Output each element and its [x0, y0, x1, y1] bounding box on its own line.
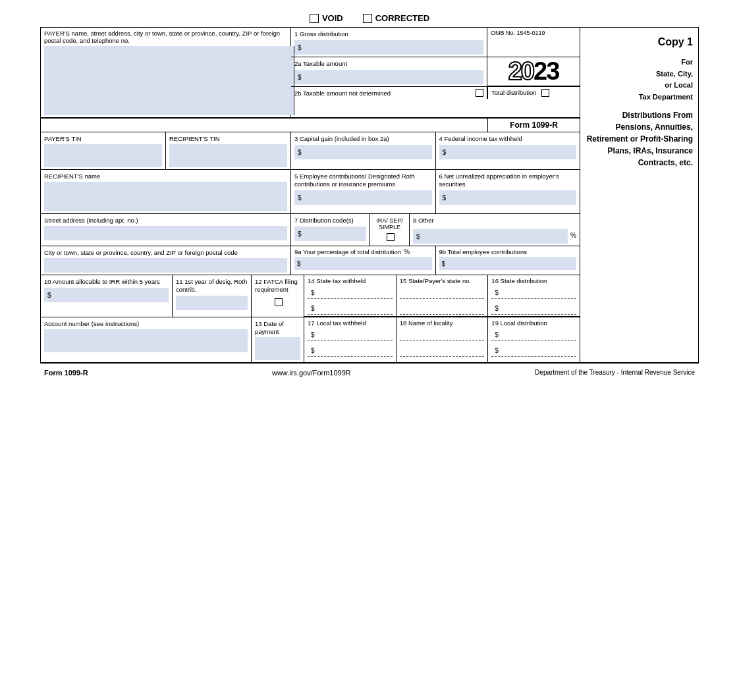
void-checkbox[interactable]	[310, 14, 319, 23]
box3-4: 3 Capital gain (included in box 2a) $ 4 …	[291, 132, 580, 169]
box11-label: 11 1st year of desig. Roth contrib.	[176, 278, 247, 293]
box8: 8 Other $ %	[410, 214, 580, 246]
box19-input2[interactable]: $	[491, 345, 576, 357]
box15-input1[interactable]	[400, 287, 485, 299]
box16-dollar1: $	[493, 289, 499, 296]
box17-19: 17 Local tax withheld $ $	[304, 317, 580, 362]
box3-input[interactable]: $	[294, 145, 432, 159]
footer-agency: Department of the Treasury - Internal Re…	[535, 369, 695, 377]
box8-input[interactable]: $	[413, 229, 568, 244]
corrected-checkbox-item[interactable]: CORRECTED	[363, 13, 429, 23]
box3: 3 Capital gain (included in box 2a) $	[291, 132, 436, 169]
box15-input2[interactable]	[400, 303, 485, 315]
box1-omb-row: 1 Gross distribution $ OMB No. 1545-0119	[291, 28, 580, 57]
box14-input1[interactable]: $	[308, 287, 393, 299]
box13-input[interactable]	[255, 337, 300, 360]
box12-label: 12 FATCA filing requirement	[255, 278, 298, 293]
box7-dollar: $	[296, 230, 302, 238]
box10-label: 10 Amount allocable to IRR within 5 year…	[44, 278, 160, 285]
box2b-row: 2b Taxable amount not determined Total d…	[291, 87, 580, 99]
payer-tin-label: PAYER'S TIN	[44, 135, 82, 142]
account-input[interactable]	[44, 329, 248, 352]
box14-input2[interactable]: $	[308, 303, 393, 315]
box15: 15 State/Payer's state no.	[397, 275, 489, 316]
box5-6: 5 Employee contributions/ Designated Rot…	[291, 170, 580, 213]
box1: 1 Gross distribution $	[291, 28, 487, 57]
recipient-tin-input[interactable]	[169, 144, 287, 167]
street-section: Street address (including apt. no.)	[41, 214, 291, 246]
box5-input[interactable]: $	[294, 190, 432, 205]
box2b-checkbox[interactable]	[476, 89, 483, 97]
box6-input[interactable]: $	[439, 190, 577, 205]
void-checkbox-item[interactable]: VOID	[310, 13, 343, 23]
box2a-label: 2a Taxable amount	[294, 60, 347, 67]
box18-input2[interactable]	[400, 345, 485, 357]
box14-19: 14 State tax withheld $ $	[304, 275, 580, 317]
form-number-section: Form 1099-R	[487, 119, 580, 132]
box19-label: 19 Local distribution	[491, 319, 547, 327]
void-label: VOID	[322, 13, 343, 23]
footer-website: www.irs.gov/Form1099R	[272, 369, 351, 377]
box8-dollar: $	[415, 233, 420, 240]
box7-label: 7 Distribution code(s)	[294, 217, 354, 224]
payer-section: PAYER'S name, street address, city or to…	[41, 28, 291, 117]
payer-tin-section: PAYER'S TIN	[41, 132, 166, 169]
box1-input[interactable]: $	[294, 40, 483, 55]
box9b: 9b Total employee contributions $	[436, 246, 580, 275]
box1-dollar: $	[296, 44, 302, 51]
total-dist-checkbox[interactable]	[541, 89, 549, 97]
box16-input2[interactable]: $	[491, 303, 576, 315]
box13: 13 Date of payment	[252, 317, 304, 362]
form-number-row: Form 1099-R	[41, 118, 580, 132]
year-section: 2023	[487, 57, 580, 86]
corrected-label: CORRECTED	[375, 13, 429, 23]
footer-row: Form 1099-R www.irs.gov/Form1099R Depart…	[40, 366, 699, 379]
total-dist-section: Total distribution	[487, 87, 580, 99]
box18-label: 18 Name of locality	[400, 319, 453, 327]
box12-checkbox[interactable]	[275, 298, 283, 306]
box9a-input[interactable]: $	[294, 257, 432, 270]
ira-sep-checkbox[interactable]	[387, 233, 395, 241]
box9b-input[interactable]: $	[439, 257, 577, 270]
box17-input1[interactable]: $	[308, 329, 393, 341]
box17: 17 Local tax withheld $ $	[304, 317, 397, 362]
recipient-name-label: RECIPIENT'S name	[44, 173, 100, 180]
box11-input[interactable]	[176, 296, 248, 310]
main-content: PAYER'S name, street address, city or to…	[41, 28, 580, 362]
account-label: Account number (see instructions)	[44, 320, 139, 327]
boxes-column: 1 Gross distribution $ OMB No. 1545-0119	[291, 28, 580, 117]
corrected-checkbox[interactable]	[363, 14, 372, 23]
street-input[interactable]	[44, 226, 287, 240]
box17-input2[interactable]: $	[308, 345, 393, 357]
box14-row: 14 State tax withheld $ $	[304, 275, 580, 317]
box18-input1[interactable]	[400, 329, 485, 341]
box7-input[interactable]: $	[294, 227, 366, 241]
box10-dollar: $	[46, 292, 51, 299]
box9b-label: 9b Total employee contributions	[439, 248, 577, 256]
box2a-input[interactable]: $	[294, 70, 483, 84]
box15-label: 15 State/Payer's state no.	[400, 277, 472, 284]
right-header: Copy 1 ForState, City,or LocalTax Depart…	[580, 28, 698, 362]
box10: 10 Amount allocable to IRR within 5 year…	[41, 275, 173, 317]
box14-label: 14 State tax withheld	[308, 277, 366, 284]
box19-input1[interactable]: $	[491, 329, 576, 341]
box8-label: 8 Other	[413, 217, 434, 224]
box3-dollar: $	[296, 149, 302, 156]
box6-dollar: $	[441, 194, 447, 202]
box4-input[interactable]: $	[439, 145, 577, 159]
main-header-row: PAYER'S name, street address, city or to…	[41, 28, 698, 363]
payer-name-input[interactable]	[44, 46, 294, 115]
city-input[interactable]	[44, 258, 287, 273]
form-number-spacer	[41, 119, 487, 132]
box9a-label: 9a Your percentage of total distribution	[294, 248, 401, 256]
box16-input1[interactable]: $	[491, 287, 576, 299]
box7: 7 Distribution code(s) $	[291, 214, 370, 246]
top-checkboxes: VOID CORRECTED	[40, 13, 699, 23]
recipient-name-row: RECIPIENT'S name 5 Employee contribution…	[41, 170, 580, 214]
payer-tin-input[interactable]	[44, 144, 162, 167]
recipient-tin-label: RECIPIENT'S TIN	[169, 135, 220, 142]
street-row: Street address (including apt. no.) 7 Di…	[41, 214, 580, 246]
recipient-name-input[interactable]	[44, 182, 287, 211]
box6-label: 6 Net unrealized appreciation in employe…	[439, 173, 559, 188]
box10-input[interactable]: $	[44, 288, 169, 302]
